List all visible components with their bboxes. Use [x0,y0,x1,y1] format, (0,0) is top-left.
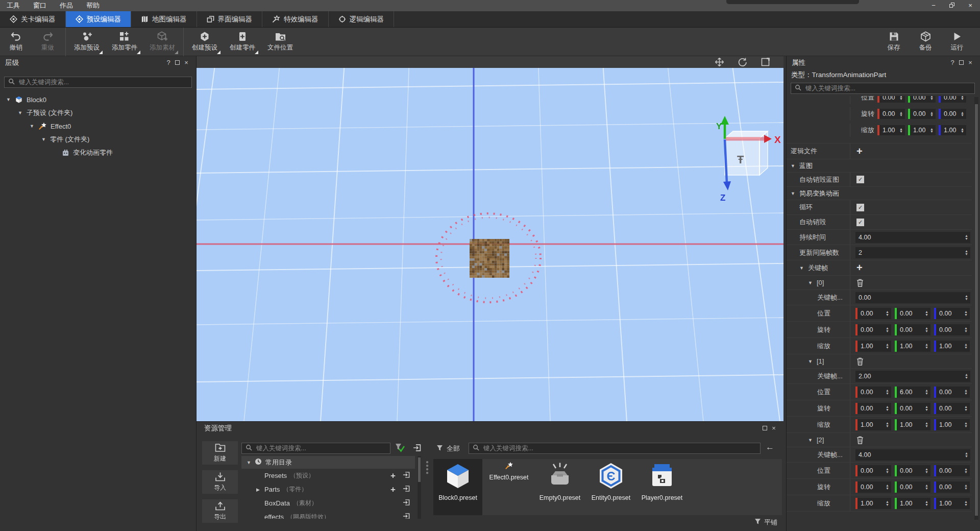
number-spinner[interactable]: 0.00▲▼ [934,387,970,398]
resource-search-input[interactable] [255,444,386,452]
spinner-arrows-icon[interactable]: ▲▼ [925,310,928,316]
delete-keyframe-button[interactable] [850,436,864,444]
hierarchy-close-icon[interactable]: × [182,56,191,69]
number-spinner[interactable]: 1.00▲▼ [877,125,905,135]
resource-tree-scrollbar[interactable] [418,456,421,519]
spinner-arrows-icon[interactable]: ▲▼ [899,111,903,117]
tab-地图编辑器[interactable]: 地图编辑器 [131,11,197,27]
expand-arrow-icon[interactable]: ▼ [808,280,813,285]
directory-BoxData[interactable]: BoxData（素材） [241,496,415,510]
spinner-arrows-icon[interactable]: ▲▼ [965,250,968,255]
directory-Presets[interactable]: Presets（预设）+ [241,469,415,482]
hierarchy-search-input[interactable] [18,78,188,86]
spinner-arrows-icon[interactable]: ▲▼ [964,500,968,506]
number-spinner[interactable]: 0.00▲▼ [855,292,970,303]
spinner-arrows-icon[interactable]: ▲▼ [925,484,928,490]
new-button[interactable]: 新建 [202,441,238,465]
spinner-arrows-icon[interactable]: ▲▼ [930,96,934,101]
locate-icon[interactable] [403,485,410,494]
number-spinner[interactable]: 6.00▲▼ [895,387,930,398]
spinner-arrows-icon[interactable]: ▲▼ [886,422,889,427]
close-icon[interactable]: × [967,0,974,11]
number-spinner[interactable]: 1.00▲▼ [855,498,891,509]
expand-arrow-icon[interactable]: ▶ [256,487,261,492]
delete-keyframe-button[interactable] [850,279,864,287]
number-spinner[interactable]: 1.00▲▼ [895,419,930,430]
number-spinner[interactable]: 0.00▲▼ [939,109,966,119]
tree-node-变化动画零件[interactable]: 变化动画零件 [0,146,196,159]
expand-arrow-icon[interactable]: ▼ [808,438,813,443]
filter-all-button[interactable]: 全部 [436,444,460,453]
properties-maximize-icon[interactable] [959,60,964,65]
spinner-arrows-icon[interactable]: ▲▼ [899,96,903,101]
spinner-arrows-icon[interactable]: ▲▼ [961,128,964,133]
properties-search[interactable] [791,83,975,94]
spinner-arrows-icon[interactable]: ▲▼ [925,389,928,395]
toolbar-save-button[interactable]: 保存 [878,28,910,56]
menu-作品[interactable]: 作品 [53,0,80,11]
number-spinner[interactable]: 2▲▼ [855,247,970,258]
add-icon[interactable]: + [390,486,396,493]
filter-check-icon[interactable] [395,443,405,454]
tree-node-Block0[interactable]: ▼Block0 [0,93,196,106]
expand-arrow-icon[interactable]: ▼ [247,460,251,465]
tab-特效编辑器[interactable]: 特效编辑器 [262,11,329,27]
number-spinner[interactable]: 0.00▲▼ [934,308,970,319]
spinner-arrows-icon[interactable]: ▲▼ [964,422,968,427]
hierarchy-search[interactable] [4,77,192,88]
collapse-arrow-icon[interactable]: ← [766,442,774,452]
number-spinner[interactable]: 0.00▲▼ [895,481,930,493]
number-spinner[interactable]: 4.00▲▼ [855,232,970,243]
number-spinner[interactable]: 1.00▲▼ [934,498,970,509]
spinner-arrows-icon[interactable]: ▲▼ [964,468,968,473]
menu-窗口[interactable]: 窗口 [27,0,53,11]
minimize-icon[interactable]: − [930,0,937,11]
spinner-arrows-icon[interactable]: ▲▼ [925,422,928,427]
tab-逻辑编辑器[interactable]: 逻辑编辑器 [329,11,395,27]
number-spinner[interactable]: 0.00▲▼ [934,481,970,493]
tree-node-子预设 (文件夹)[interactable]: ▼子预设 (文件夹) [0,106,196,119]
add-logic-file-button[interactable]: + [856,146,863,157]
spinner-arrows-icon[interactable]: ▲▼ [886,484,889,490]
spinner-arrows-icon[interactable]: ▲▼ [965,452,968,457]
tile-view-button[interactable]: 平铺 [754,518,777,527]
viewport-canvas[interactable]: ŦXYZ [197,68,783,421]
number-spinner[interactable]: 1.00▲▼ [855,419,891,430]
checkbox[interactable]: ✓ [856,204,864,211]
expand-arrow-icon[interactable]: ▼ [791,191,795,196]
spinner-arrows-icon[interactable]: ▲▼ [964,484,968,490]
expand-arrow-icon[interactable]: ▼ [18,110,23,115]
toolbar-undo-button[interactable]: 撤销 [0,28,32,56]
expand-arrow-icon[interactable]: ▼ [41,137,46,142]
toolbar-add-part-button[interactable]: 添加零件 [106,28,143,56]
directory-Parts[interactable]: ▶Parts（零件）+ [241,482,415,496]
number-spinner[interactable]: 0.00▲▼ [934,403,970,414]
directory-effects[interactable]: effects（网易版特效） [241,510,415,519]
import-button[interactable]: 导入 [202,470,238,494]
number-spinner[interactable]: 0.00▲▼ [855,308,891,319]
section-blueprint[interactable]: ▼蓝图 [787,159,972,173]
spinner-arrows-icon[interactable]: ▲▼ [930,128,934,133]
preset-card-Entity0.preset[interactable]: ЄEntity0.preset [586,459,635,515]
tab-预设编辑器[interactable]: 预设编辑器 [66,11,132,27]
number-spinner[interactable]: 0.00▲▼ [895,465,930,476]
toolbar-file-location-button[interactable]: 文件位置 [261,28,299,56]
number-spinner[interactable]: 4.00▲▼ [855,449,970,461]
number-spinner[interactable]: 0.00▲▼ [939,96,966,103]
number-spinner[interactable]: 0.00▲▼ [908,109,936,119]
preset-card-Effect0.preset[interactable]: Effect0.preset [484,459,533,515]
locate-in-folder-icon[interactable] [413,444,421,453]
hierarchy-maximize-icon[interactable] [175,60,180,65]
expand-arrow-icon[interactable]: ▼ [791,163,795,168]
common-directory-header[interactable]: ▼常用目录 [241,456,415,469]
toolbar-create-part-button[interactable]: 创建零件 [224,28,261,56]
toolbar-create-preset-button[interactable]: 创建预设 [186,28,224,56]
number-spinner[interactable]: 0.00▲▼ [855,465,891,476]
number-spinner[interactable]: 1.00▲▼ [908,125,936,135]
spinner-arrows-icon[interactable]: ▲▼ [964,389,968,395]
number-spinner[interactable]: 0.00▲▼ [895,324,930,335]
expand-arrow-icon[interactable]: ▼ [808,359,813,364]
number-spinner[interactable]: 0.00▲▼ [855,387,891,398]
spinner-arrows-icon[interactable]: ▲▼ [965,234,968,240]
resource-search[interactable] [241,443,390,454]
